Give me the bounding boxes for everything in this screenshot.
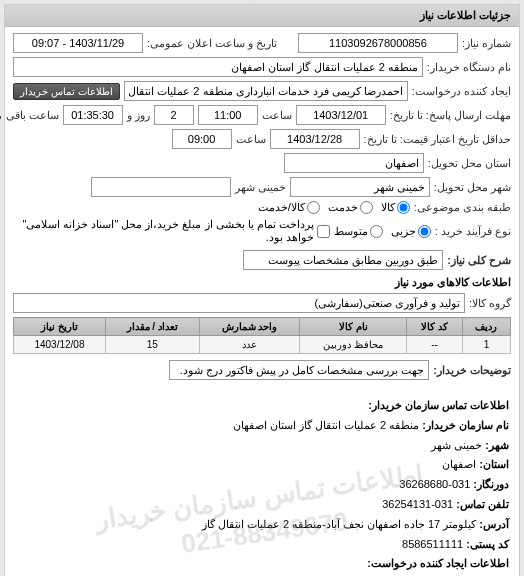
cell-unit: عدد <box>199 336 300 354</box>
buyer-org-label: نام دستگاه خریدار: <box>427 61 511 74</box>
buyer-org-field[interactable] <box>13 57 423 77</box>
panel-header: جزئیات اطلاعات نیاز <box>5 5 519 27</box>
ci-postal: 8586511111 <box>402 538 463 550</box>
cell-date: 1403/12/08 <box>14 336 106 354</box>
purchase-radio-group: جزیی متوسط <box>334 225 431 238</box>
ci-fax-label: دورنگار: <box>473 478 509 490</box>
cell-idx: 1 <box>462 336 510 354</box>
radio-goods[interactable]: کالا <box>381 201 410 214</box>
cell-qty: 15 <box>105 336 199 354</box>
deadline-time-label: ساعت <box>262 109 292 122</box>
category-radio-group: کالا خدمت کالا/خدمت <box>258 201 410 214</box>
th-qty: تعداد / مقدار <box>105 318 199 336</box>
validity-label: حداقل تاریخ اعتبار قیمت: تا تاریخ: <box>364 133 511 146</box>
table-header-row: ردیف کد کالا نام کالا واحد شمارش تعداد /… <box>14 318 511 336</box>
ci-phone: 031-36254131 <box>382 498 453 510</box>
details-panel: جزئیات اطلاعات نیاز شماره نیاز: تاریخ و … <box>4 4 520 576</box>
city2-label: خمینی شهر <box>235 181 286 194</box>
buyer-notes-field[interactable] <box>169 360 429 380</box>
ci-province: اصفهان <box>442 458 476 470</box>
province-field[interactable] <box>284 153 424 173</box>
need-number-field[interactable] <box>298 33 458 53</box>
requester-label: ایجاد کننده درخواست: <box>412 85 511 98</box>
desc-label: شرح کلی نیاز: <box>447 254 511 267</box>
deadline-time-field[interactable] <box>198 105 258 125</box>
contact-title: اطلاعات تماس سازمان خریدار: <box>368 399 509 411</box>
ci-city-label: شهر: <box>485 439 509 451</box>
ci-postal-label: کد پستی: <box>466 538 509 550</box>
city2-field[interactable] <box>91 177 231 197</box>
th-name: نام کالا <box>300 318 407 336</box>
validity-date-field[interactable] <box>270 129 360 149</box>
ci-address: کیلومتر 17 جاده اصفهان نجف آباد-منطقه 2 … <box>202 518 477 530</box>
remain-label: ساعت باقی مانده <box>0 109 59 122</box>
ci-org-label: نام سازمان خریدار: <box>422 419 509 431</box>
validity-time-field[interactable] <box>172 129 232 149</box>
ci-org: منطقه 2 عملیات انتقال گاز استان اصفهان <box>233 419 419 431</box>
province-label: استان محل تحویل: <box>428 157 511 170</box>
radio-minor[interactable]: جزیی <box>391 225 431 238</box>
deadline-label: مهلت ارسال پاسخ: تا تاریخ: <box>390 109 511 122</box>
items-title: اطلاعات کالاهای مورد نیاز <box>13 276 511 289</box>
cell-name: محافظ دوربین <box>300 336 407 354</box>
category-label: طبقه بندی موضوعی: <box>414 201 511 214</box>
requester-field[interactable] <box>124 81 408 101</box>
remain-time-field[interactable] <box>63 105 123 125</box>
ci-address-label: آدرس: <box>479 518 509 530</box>
group-label: گروه کالا: <box>469 297 511 310</box>
announce-label: تاریخ و ساعت اعلان عمومی: <box>147 37 277 50</box>
city-field[interactable] <box>290 177 430 197</box>
th-unit: واحد شمارش <box>199 318 300 336</box>
need-number-label: شماره نیاز: <box>462 37 511 50</box>
cell-code: -- <box>407 336 463 354</box>
form-area: شماره نیاز: تاریخ و ساعت اعلان عمومی: نا… <box>5 27 519 390</box>
th-date: تاریخ نیاز <box>14 318 106 336</box>
group-field[interactable] <box>13 293 465 313</box>
contact-buyer-button[interactable]: اطلاعات تماس خریدار <box>13 83 120 100</box>
validity-time-label: ساعت <box>236 133 266 146</box>
ci-fax: 031-36268680 <box>399 478 470 490</box>
desc-field[interactable] <box>243 250 443 270</box>
th-code: کد کالا <box>407 318 463 336</box>
items-table: ردیف کد کالا نام کالا واحد شمارش تعداد /… <box>13 317 511 354</box>
ci-phone-label: تلفن تماس: <box>456 498 509 510</box>
contact-info-block: اطلاعات تماس سازمان خریدار021-88349670 ا… <box>5 390 519 576</box>
deadline-date-field[interactable] <box>296 105 386 125</box>
ci-city: خمینی شهر <box>431 439 482 451</box>
th-idx: ردیف <box>462 318 510 336</box>
radio-medium[interactable]: متوسط <box>334 225 383 238</box>
days-label: روز و <box>127 109 150 122</box>
announce-field[interactable] <box>13 33 143 53</box>
buyer-notes-label: توضیحات خریدار: <box>433 364 511 377</box>
req-creator-title: اطلاعات ایجاد کننده درخواست: <box>367 557 509 569</box>
table-row[interactable]: 1 -- محافظ دوربین عدد 15 1403/12/08 <box>14 336 511 354</box>
ci-province-label: استان: <box>479 458 509 470</box>
purchase-type-label: نوع فرآیند خرید : <box>435 225 511 238</box>
city-label: شهر محل تحویل: <box>434 181 511 194</box>
days-field[interactable] <box>154 105 194 125</box>
radio-service[interactable]: خدمت <box>328 201 373 214</box>
radio-both[interactable]: کالا/خدمت <box>258 201 320 214</box>
treasury-checkbox[interactable]: پرداخت تمام یا بخشی از مبلغ خرید،از محل … <box>13 218 330 244</box>
